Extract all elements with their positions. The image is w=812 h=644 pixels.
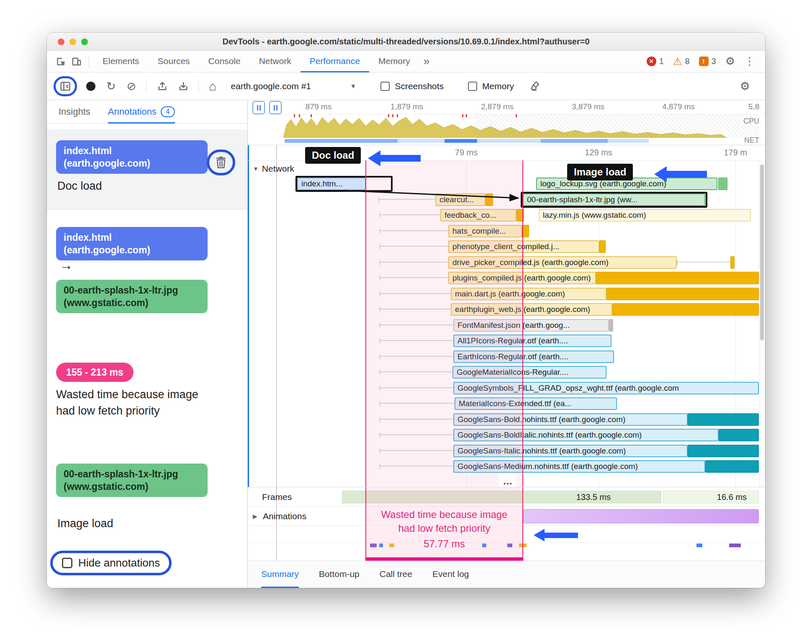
memory-checkbox-row[interactable]: Memory (468, 81, 514, 91)
tab-elements[interactable]: Elements (93, 51, 149, 72)
chevron-down-icon: ▼ (253, 165, 259, 172)
trash-icon[interactable] (215, 155, 227, 170)
request-bar[interactable]: GoogleMaterialIcons-Regular.... (452, 366, 606, 379)
issues-badge[interactable]: ! 3 (699, 57, 716, 66)
request-bar[interactable]: phenotype_client_compiled.j... (448, 240, 599, 253)
network-request-row[interactable]: EarthIcons-Regular.otf (earth.... (248, 350, 759, 363)
request-bar[interactable]: main.dart.js (earth.google.com) (451, 288, 606, 300)
request-bar[interactable]: GoogleSans-Italic.nohints.ttf (earth.goo… (453, 445, 688, 457)
clear-recording-icon[interactable]: ⊘ (127, 80, 136, 93)
network-request-row[interactable]: main.dart.js (earth.google.com) (248, 288, 759, 300)
tab-summary[interactable]: Summary (261, 561, 299, 588)
network-track-toggle[interactable]: ▼ Network (253, 164, 294, 174)
network-request-row[interactable]: FontManifest.json (earth.goog... (248, 319, 759, 332)
network-request-row[interactable]: GoogleSans-Italic.nohints.ttf (earth.goo… (248, 445, 759, 457)
link-arrow-icon: → (59, 258, 73, 273)
screenshots-checkbox[interactable] (380, 82, 390, 91)
minimize-window-button[interactable] (69, 39, 76, 45)
request-bar[interactable]: earthplugin_web.js (earth.google.com) (451, 303, 612, 316)
tab-call-tree[interactable]: Call tree (380, 561, 412, 588)
network-request-row[interactable]: GoogleSans-BoldItalic.nohints.ttf (earth… (248, 429, 759, 441)
frame-bar[interactable]: 16.6 ms (663, 491, 759, 503)
request-bar[interactable]: EarthIcons-Regular.otf (earth.... (453, 350, 614, 363)
tab-bottom-up[interactable]: Bottom-up (319, 561, 360, 588)
close-window-button[interactable] (58, 39, 64, 45)
scrollbar-thumb[interactable] (760, 165, 764, 340)
network-request-row[interactable]: clearcut...00-earth-splash-1x-ltr.jpg (w… (248, 193, 759, 206)
request-bar[interactable]: feedback_co... (440, 209, 516, 222)
network-request-row[interactable]: hats_compile... (248, 225, 759, 237)
breadcrumb-pause-button[interactable] (252, 101, 265, 114)
chevron-right-icon[interactable]: ▶ (253, 513, 257, 520)
frames-track[interactable]: Frames 133.5 ms 16.6 ms (248, 487, 765, 507)
tab-console[interactable]: Console (199, 51, 250, 72)
network-request-row[interactable]: GoogleSans-Bold.nohints.ttf (earth.googl… (248, 413, 759, 426)
warning-badge[interactable]: ⚠ 8 (673, 57, 690, 67)
device-toolbar-icon[interactable] (69, 54, 85, 70)
request-bar[interactable]: drive_picker_compiled.js (earth.google.c… (448, 256, 677, 269)
frame-bar[interactable]: 133.5 ms (342, 491, 661, 503)
request-bar[interactable]: GoogleSans-Medium.nohints.ttf (earth.goo… (453, 460, 705, 473)
request-queue-line (379, 325, 453, 325)
memory-checkbox[interactable] (468, 82, 477, 91)
error-badge[interactable]: ✕ 1 (647, 57, 664, 66)
reload-and-record-icon[interactable]: ↻ (106, 80, 116, 93)
collect-garbage-icon[interactable] (530, 80, 542, 92)
annotation-pill-link-from[interactable]: index.html (earth.google.com) (56, 227, 208, 260)
settings-gear-icon[interactable]: ⚙ (725, 55, 735, 68)
network-request-row[interactable]: plugins_compiled.js (earth.google.com) (248, 272, 759, 284)
hide-annotations-checkbox[interactable] (62, 558, 72, 568)
tab-insights[interactable]: Insights (59, 100, 90, 124)
network-request-row[interactable]: earthplugin_web.js (earth.google.com) (248, 303, 759, 316)
main-thread-activity-fragment[interactable] (696, 544, 702, 547)
network-request-row[interactable]: feedback_co...lazy.min.js (www.gstatic.c… (248, 209, 759, 222)
more-requests-indicator[interactable]: ... (499, 474, 516, 487)
network-waterfall-panel[interactable]: 79 ms129 ms179 m ▼ Network index.htm...l… (248, 145, 765, 487)
network-request-row[interactable]: GoogleSymbols_FILL_GRAD_opsz_wght.ttf (e… (248, 382, 759, 394)
annotation-pill-time-range[interactable]: 155 - 213 ms (56, 363, 134, 382)
request-bar[interactable]: GoogleSans-Bold.nohints.ttf (earth.googl… (453, 413, 688, 426)
screenshots-checkbox-row[interactable]: Screenshots (380, 81, 444, 91)
network-request-row[interactable]: All1PIcons-Regular.otf (earth.... (248, 335, 759, 347)
request-bar[interactable]: lazy.min.js (www.gstatic.com) (539, 209, 751, 222)
request-bar[interactable]: All1PIcons-Regular.otf (earth.... (453, 335, 612, 347)
request-bar[interactable]: hats_compile... (448, 225, 522, 237)
tab-sources[interactable]: Sources (149, 51, 199, 72)
network-request-row[interactable]: drive_picker_compiled.js (earth.google.c… (248, 256, 759, 269)
inspect-element-icon[interactable] (53, 54, 69, 70)
network-request-row[interactable]: GoogleSans-Medium.nohints.ttf (earth.goo… (248, 460, 759, 473)
record-button[interactable] (86, 82, 95, 91)
request-bar[interactable]: MaterialIcons-Extended.ttf (ea... (455, 397, 617, 410)
network-request-row[interactable]: phenotype_client_compiled.j... (248, 240, 759, 253)
request-bar[interactable]: FontManifest.json (earth.goog... (453, 319, 609, 332)
waterfall-scrollbar[interactable] (759, 160, 765, 487)
request-bar[interactable]: clearcut... (435, 193, 486, 206)
timeline-overview[interactable]: 879 ms1,879 ms2,879 ms3,879 ms4,879 ms5,… (248, 100, 765, 145)
network-request-row[interactable]: GoogleMaterialIcons-Regular.... (248, 366, 759, 379)
window-titlebar[interactable]: DevTools - earth.google.com/static/multi… (47, 33, 765, 51)
download-profile-icon[interactable] (177, 80, 189, 92)
main-thread-activity-fragment[interactable] (729, 544, 741, 547)
tab-performance[interactable]: Performance (301, 51, 369, 72)
tab-event-log[interactable]: Event log (432, 561, 469, 588)
animation-bar[interactable] (523, 509, 759, 523)
zoom-window-button[interactable] (81, 39, 88, 45)
request-bar[interactable]: GoogleSans-BoldItalic.nohints.ttf (earth… (453, 429, 719, 441)
target-selector[interactable]: earth.google.com #1 ▼ (231, 81, 356, 91)
request-bar[interactable]: plugins_compiled.js (earth.google.com) (448, 272, 596, 284)
home-icon[interactable]: ⌂ (209, 79, 216, 93)
annotation-pill-image-load[interactable]: 00-earth-splash-1x-ltr.jpg (www.gstatic.… (56, 464, 208, 497)
kebab-menu-icon[interactable]: ⋮ (744, 55, 755, 68)
annotation-pill-doc-load[interactable]: index.html (earth.google.com) (56, 140, 208, 174)
more-tabs-icon[interactable]: » (419, 55, 434, 68)
upload-profile-icon[interactable] (157, 80, 168, 92)
annotation-pill-link-to[interactable]: 00-earth-splash-1x-ltr.jpg (www.gstatic.… (56, 280, 208, 313)
capture-settings-gear-icon[interactable]: ⚙ (740, 80, 758, 93)
network-request-row[interactable]: MaterialIcons-Extended.ttf (ea... (248, 397, 759, 410)
request-bar[interactable]: GoogleSymbols_FILL_GRAD_opsz_wght.ttf (e… (453, 382, 759, 394)
tab-memory[interactable]: Memory (369, 51, 419, 72)
toggle-sidebar-icon[interactable] (59, 80, 71, 92)
tab-network[interactable]: Network (250, 51, 301, 72)
breadcrumb-pause-button[interactable] (269, 101, 282, 114)
tab-annotations[interactable]: Annotations 4 (108, 100, 175, 124)
